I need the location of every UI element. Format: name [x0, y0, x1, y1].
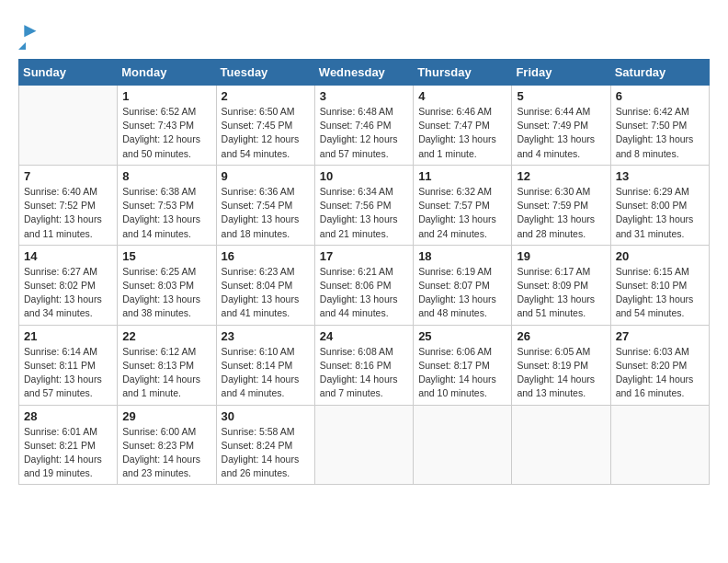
day-info: Sunrise: 6:19 AM Sunset: 8:07 PM Dayligh… [418, 265, 506, 321]
day-info: Sunrise: 6:38 AM Sunset: 7:53 PM Dayligh… [122, 185, 210, 241]
day-info: Sunrise: 6:01 AM Sunset: 8:21 PM Dayligh… [24, 425, 112, 481]
calendar-cell: 26Sunrise: 6:05 AM Sunset: 8:19 PM Dayli… [512, 325, 610, 405]
calendar-cell: 30Sunrise: 5:58 AM Sunset: 8:24 PM Dayli… [216, 405, 314, 485]
calendar-cell: 20Sunrise: 6:15 AM Sunset: 8:10 PM Dayli… [610, 245, 709, 325]
calendar-cell: 18Sunrise: 6:19 AM Sunset: 8:07 PM Dayli… [414, 245, 512, 325]
day-info: Sunrise: 6:27 AM Sunset: 8:02 PM Dayligh… [24, 265, 112, 321]
calendar-cell [414, 405, 512, 485]
day-info: Sunrise: 6:03 AM Sunset: 8:20 PM Dayligh… [616, 345, 704, 401]
day-info: Sunrise: 6:44 AM Sunset: 7:49 PM Dayligh… [517, 105, 605, 161]
calendar-cell: 11Sunrise: 6:32 AM Sunset: 7:57 PM Dayli… [414, 165, 512, 245]
calendar-cell: 19Sunrise: 6:17 AM Sunset: 8:09 PM Dayli… [512, 245, 610, 325]
day-number: 23 [222, 329, 310, 343]
weekday-header: Monday [118, 60, 216, 86]
day-info: Sunrise: 6:48 AM Sunset: 7:46 PM Dayligh… [320, 105, 408, 161]
calendar-cell: 10Sunrise: 6:34 AM Sunset: 7:56 PM Dayli… [314, 165, 413, 245]
day-number: 4 [418, 89, 506, 103]
calendar-cell: 22Sunrise: 6:12 AM Sunset: 8:13 PM Dayli… [118, 325, 216, 405]
day-info: Sunrise: 6:30 AM Sunset: 7:59 PM Dayligh… [517, 185, 605, 241]
calendar-week-row: 14Sunrise: 6:27 AM Sunset: 8:02 PM Dayli… [19, 245, 710, 325]
day-info: Sunrise: 6:25 AM Sunset: 8:03 PM Dayligh… [122, 265, 210, 321]
calendar-week-row: 28Sunrise: 6:01 AM Sunset: 8:21 PM Dayli… [19, 405, 710, 485]
day-number: 15 [122, 249, 210, 263]
day-info: Sunrise: 6:15 AM Sunset: 8:10 PM Dayligh… [616, 265, 704, 321]
day-info: Sunrise: 6:50 AM Sunset: 7:45 PM Dayligh… [222, 105, 310, 161]
calendar-week-row: 1Sunrise: 6:52 AM Sunset: 7:43 PM Daylig… [19, 86, 710, 166]
day-number: 5 [517, 89, 605, 103]
day-number: 11 [418, 169, 506, 183]
day-info: Sunrise: 6:10 AM Sunset: 8:14 PM Dayligh… [222, 345, 310, 401]
day-number: 29 [122, 409, 210, 423]
day-number: 25 [418, 329, 506, 343]
day-number: 24 [320, 329, 408, 343]
day-info: Sunrise: 6:05 AM Sunset: 8:19 PM Dayligh… [517, 345, 605, 401]
day-number: 13 [616, 169, 704, 183]
day-number: 28 [24, 409, 112, 423]
day-info: Sunrise: 5:58 AM Sunset: 8:24 PM Dayligh… [222, 425, 310, 481]
day-number: 14 [24, 249, 112, 263]
day-info: Sunrise: 6:23 AM Sunset: 8:04 PM Dayligh… [222, 265, 310, 321]
day-info: Sunrise: 6:36 AM Sunset: 7:54 PM Dayligh… [222, 185, 310, 241]
day-number: 7 [24, 169, 112, 183]
day-number: 30 [222, 409, 310, 423]
calendar-week-row: 21Sunrise: 6:14 AM Sunset: 8:11 PM Dayli… [19, 325, 710, 405]
day-number: 18 [418, 249, 506, 263]
calendar-cell: 23Sunrise: 6:10 AM Sunset: 8:14 PM Dayli… [216, 325, 314, 405]
day-number: 2 [222, 89, 310, 103]
calendar-cell: 2Sunrise: 6:50 AM Sunset: 7:45 PM Daylig… [216, 86, 314, 166]
day-info: Sunrise: 6:17 AM Sunset: 8:09 PM Dayligh… [517, 265, 605, 321]
day-info: Sunrise: 6:40 AM Sunset: 7:52 PM Dayligh… [24, 185, 112, 241]
calendar-cell: 6Sunrise: 6:42 AM Sunset: 7:50 PM Daylig… [610, 86, 709, 166]
weekday-header: Friday [512, 60, 610, 86]
day-info: Sunrise: 6:12 AM Sunset: 8:13 PM Dayligh… [122, 345, 210, 401]
calendar-cell: 17Sunrise: 6:21 AM Sunset: 8:06 PM Dayli… [314, 245, 413, 325]
day-info: Sunrise: 6:21 AM Sunset: 8:06 PM Dayligh… [320, 265, 408, 321]
day-number: 6 [616, 89, 704, 103]
day-number: 8 [122, 169, 210, 183]
calendar-cell: 16Sunrise: 6:23 AM Sunset: 8:04 PM Dayli… [216, 245, 314, 325]
calendar-cell: 4Sunrise: 6:46 AM Sunset: 7:47 PM Daylig… [414, 86, 512, 166]
calendar-cell [610, 405, 709, 485]
calendar-cell: 7Sunrise: 6:40 AM Sunset: 7:52 PM Daylig… [19, 165, 118, 245]
calendar-cell: 21Sunrise: 6:14 AM Sunset: 8:11 PM Dayli… [19, 325, 118, 405]
calendar-cell [512, 405, 610, 485]
logo-bird-icon: ► [20, 18, 40, 42]
day-number: 27 [616, 329, 704, 343]
calendar-cell: 28Sunrise: 6:01 AM Sunset: 8:21 PM Dayli… [19, 405, 118, 485]
weekday-header: Saturday [610, 60, 709, 86]
day-info: Sunrise: 6:52 AM Sunset: 7:43 PM Dayligh… [122, 105, 210, 161]
day-info: Sunrise: 6:42 AM Sunset: 7:50 PM Dayligh… [616, 105, 704, 161]
calendar-cell [19, 86, 118, 166]
calendar-cell: 27Sunrise: 6:03 AM Sunset: 8:20 PM Dayli… [610, 325, 709, 405]
calendar-cell: 9Sunrise: 6:36 AM Sunset: 7:54 PM Daylig… [216, 165, 314, 245]
day-number: 26 [517, 329, 605, 343]
day-info: Sunrise: 6:46 AM Sunset: 7:47 PM Dayligh… [418, 105, 506, 161]
day-number: 10 [320, 169, 408, 183]
day-info: Sunrise: 6:32 AM Sunset: 7:57 PM Dayligh… [418, 185, 506, 241]
day-number: 22 [122, 329, 210, 343]
calendar-cell [314, 405, 413, 485]
calendar-cell: 13Sunrise: 6:29 AM Sunset: 8:00 PM Dayli… [610, 165, 709, 245]
day-number: 21 [24, 329, 112, 343]
day-info: Sunrise: 6:06 AM Sunset: 8:17 PM Dayligh… [418, 345, 506, 401]
day-number: 9 [222, 169, 310, 183]
weekday-header: Thursday [414, 60, 512, 86]
calendar-table: SundayMondayTuesdayWednesdayThursdayFrid… [18, 59, 710, 485]
day-number: 16 [222, 249, 310, 263]
logo: ► [18, 18, 40, 50]
calendar-cell: 15Sunrise: 6:25 AM Sunset: 8:03 PM Dayli… [118, 245, 216, 325]
day-info: Sunrise: 6:34 AM Sunset: 7:56 PM Dayligh… [320, 185, 408, 241]
calendar-cell: 1Sunrise: 6:52 AM Sunset: 7:43 PM Daylig… [118, 86, 216, 166]
weekday-header: Sunday [19, 60, 118, 86]
day-number: 17 [320, 249, 408, 263]
day-info: Sunrise: 6:29 AM Sunset: 8:00 PM Dayligh… [616, 185, 704, 241]
calendar-cell: 25Sunrise: 6:06 AM Sunset: 8:17 PM Dayli… [414, 325, 512, 405]
day-number: 19 [517, 249, 605, 263]
header-row: SundayMondayTuesdayWednesdayThursdayFrid… [19, 60, 710, 86]
page-header: ► [18, 18, 710, 50]
weekday-header: Wednesday [314, 60, 413, 86]
calendar-cell: 29Sunrise: 6:00 AM Sunset: 8:23 PM Dayli… [118, 405, 216, 485]
calendar-cell: 3Sunrise: 6:48 AM Sunset: 7:46 PM Daylig… [314, 86, 413, 166]
calendar-week-row: 7Sunrise: 6:40 AM Sunset: 7:52 PM Daylig… [19, 165, 710, 245]
logo-triangle [18, 42, 26, 50]
